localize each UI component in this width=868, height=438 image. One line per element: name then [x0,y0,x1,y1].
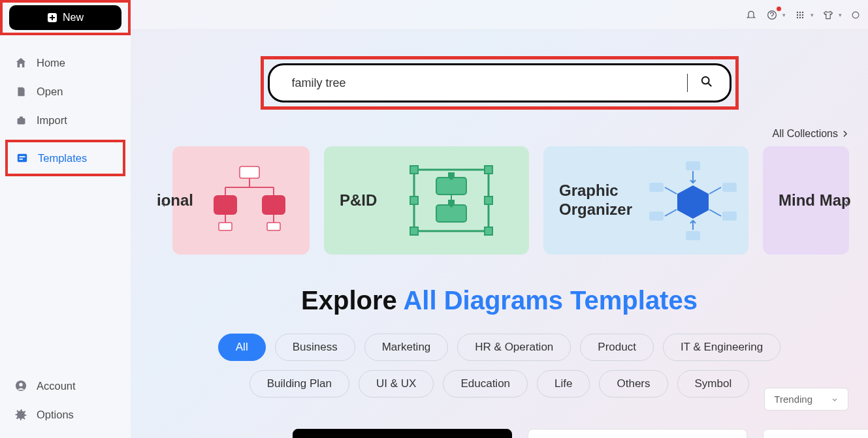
svg-point-12 [797,11,798,12]
svg-point-13 [799,11,801,12]
org-chart-graphic [205,161,294,240]
svg-point-9 [19,383,22,386]
import-icon [14,114,27,127]
template-card[interactable] [293,429,512,438]
svg-rect-29 [214,195,237,215]
pill-marketing[interactable]: Marketing [364,334,449,361]
svg-rect-3 [17,118,25,124]
svg-point-16 [799,14,801,15]
pill-hr-operation[interactable]: HR & Operation [457,334,571,361]
sidebar-item-label: Home [37,57,65,69]
grid-icon[interactable] [795,9,807,21]
svg-rect-37 [485,166,492,174]
category-carousel: ional P&ID Graphic Organizer [131,146,868,255]
filter-pills: All Business Marketing HR & Operation Pr… [186,334,813,398]
template-card[interactable] [763,429,868,438]
svg-rect-48 [649,183,664,192]
sidebar-item-label: Account [37,380,76,392]
svg-rect-24 [240,166,259,178]
card-organizational[interactable]: ional [172,146,310,255]
pill-product[interactable]: Product [580,334,654,361]
svg-rect-50 [649,211,664,221]
new-label: New [63,12,84,23]
search-box [268,63,731,102]
svg-marker-45 [677,185,709,219]
svg-rect-46 [686,161,700,170]
sidebar-item-import[interactable]: Import [7,106,124,134]
sidebar-item-options[interactable]: Options [7,400,124,429]
sidebar-item-templates[interactable]: Templates [8,144,123,172]
svg-rect-4 [19,116,22,118]
card-graphic-organizer[interactable]: Graphic Organizer [543,146,748,255]
chevron-right-icon [841,129,850,138]
page-headline: Explore All Diagrams Templates [131,286,868,315]
topbar: ▾ ▾ ▾ [131,0,868,30]
card-mind-map[interactable]: Mind Map [763,146,849,255]
card-label: Graphic Organizer [559,181,632,219]
pill-building-plan[interactable]: Building Plan [249,370,349,398]
search-icon [701,76,713,87]
svg-line-54 [665,210,677,216]
all-collections-link[interactable]: All Collections [773,128,850,140]
svg-rect-36 [410,166,418,174]
svg-rect-39 [485,227,492,235]
pid-graphic [389,158,513,243]
nav-list: Home Open Import Templates [7,48,124,176]
svg-line-55 [709,210,721,216]
svg-rect-30 [262,195,285,215]
home-icon [14,56,27,69]
pill-it-engineering[interactable]: IT & Engineering [663,334,780,361]
sidebar-item-account[interactable]: Account [7,371,124,400]
sidebar: New Home Open Import Templates Account [0,0,131,438]
search-button[interactable] [701,76,713,90]
svg-point-18 [797,16,798,18]
highlight-templates: Templates [5,140,125,176]
sidebar-item-open[interactable]: Open [7,77,124,106]
svg-rect-47 [686,231,700,240]
svg-point-21 [852,12,859,18]
svg-rect-6 [20,156,25,157]
highlight-new: New [0,0,131,35]
svg-point-22 [701,77,709,84]
template-row [293,429,868,438]
sidebar-item-label: Options [37,409,74,421]
bell-icon[interactable] [746,9,758,21]
settings-icon[interactable] [851,9,863,21]
pill-all[interactable]: All [218,334,266,361]
svg-line-23 [708,84,711,87]
file-icon [14,85,27,98]
sidebar-item-label: Templates [38,152,87,164]
templates-icon [16,151,29,164]
sidebar-item-label: Open [37,86,63,98]
svg-line-52 [665,187,677,194]
sidebar-item-home[interactable]: Home [7,48,124,77]
svg-rect-40 [410,196,418,204]
pill-education[interactable]: Education [443,370,528,398]
search-input[interactable] [292,76,687,90]
svg-rect-5 [18,154,27,163]
svg-rect-51 [722,211,737,221]
pill-symbol[interactable]: Symbol [677,370,750,398]
carousel-prev[interactable] [154,195,172,213]
pill-ui-ux[interactable]: UI & UX [359,370,434,398]
template-card[interactable] [528,429,747,438]
account-icon [14,379,27,392]
svg-rect-34 [267,223,280,230]
new-button[interactable]: New [9,5,121,30]
carousel-next[interactable] [838,195,856,213]
svg-point-17 [802,14,803,15]
shirt-icon[interactable] [823,9,835,21]
main-content: ▾ ▾ ▾ All Collections ional P&ID [131,0,868,438]
pill-business[interactable]: Business [275,334,355,361]
pill-others[interactable]: Others [599,370,667,398]
highlight-search [261,56,739,110]
chevron-down-icon [831,396,839,403]
card-label: P&ID [340,191,377,210]
help-icon[interactable] [767,9,779,21]
svg-line-53 [709,187,721,194]
card-pid[interactable]: P&ID [324,146,529,255]
pill-life[interactable]: Life [537,370,590,398]
sort-dropdown[interactable]: Trending [764,388,848,411]
svg-rect-2 [50,17,55,18]
bottom-nav: Account Options [7,371,124,429]
